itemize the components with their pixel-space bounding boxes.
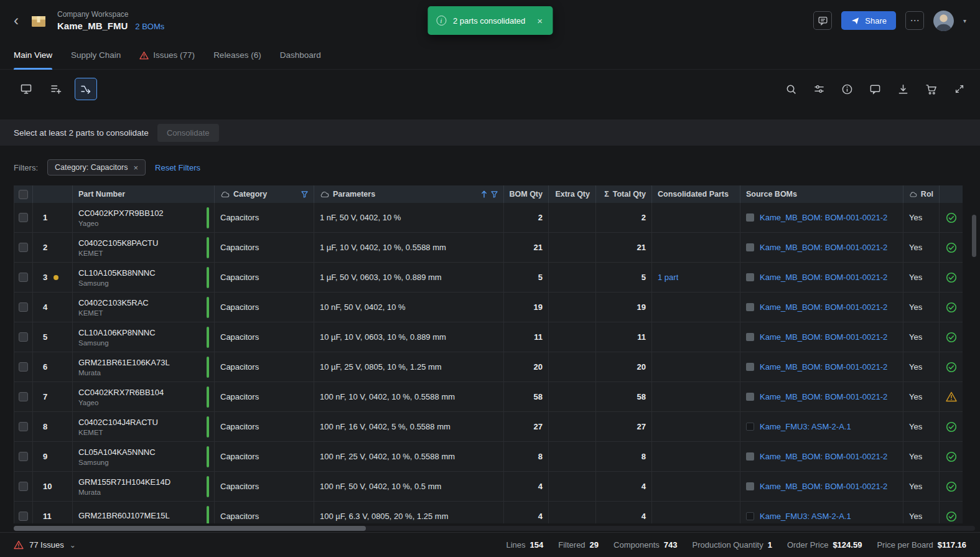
consolidated-parts-cell (652, 203, 740, 232)
row-checkbox[interactable] (19, 422, 28, 431)
part-number-cell: GRM21BR60J107ME15L (73, 502, 215, 523)
filter-chip-remove-icon[interactable]: × (133, 164, 138, 172)
row-checkbox[interactable] (19, 213, 28, 222)
back-chevron-icon[interactable]: ‹ (14, 13, 19, 28)
info-icon[interactable] (841, 83, 853, 95)
filter-chip-category[interactable]: Category: Capacitors × (47, 159, 146, 176)
vertical-scrollbar-thumb[interactable] (972, 215, 976, 257)
stat-value: 743 (664, 540, 678, 550)
column-header-category[interactable]: Category (215, 185, 314, 203)
consolidate-button[interactable]: Consolidate (157, 124, 219, 142)
source-bom-link[interactable]: Kame_MB_BOM: BOM-001-0021-2 (760, 273, 887, 282)
source-bom-link[interactable]: Kame_MB_BOM: BOM-001-0021-2 (760, 392, 887, 401)
row-checkbox[interactable] (19, 273, 28, 282)
horizontal-scrollbar-thumb[interactable] (14, 526, 366, 531)
feedback-button[interactable] (813, 11, 832, 30)
status-cell (940, 233, 963, 262)
tab-issues[interactable]: Issues (77) (139, 41, 195, 69)
column-header-bom-qty[interactable]: BOM Qty (504, 185, 549, 203)
status-ok-icon (946, 242, 957, 253)
availability-bar (207, 416, 209, 438)
row-number: 9 (43, 452, 47, 461)
user-avatar[interactable] (933, 11, 954, 31)
row-number: 5 (43, 332, 47, 342)
cart-icon[interactable] (925, 83, 938, 95)
row-checkbox[interactable] (19, 332, 28, 342)
part-number: C0402C105K8PACTU (78, 238, 158, 248)
reset-filters-link[interactable]: Reset Filters (155, 163, 200, 172)
column-header-rohs[interactable]: Rol (903, 185, 940, 203)
add-column-button[interactable] (45, 78, 67, 100)
source-bom-link[interactable]: Kame_MB_BOM: BOM-001-0021-2 (760, 332, 887, 342)
rohs-cell: Yes (903, 203, 940, 232)
column-header-consolidated-parts[interactable]: Consolidated Parts (652, 185, 740, 203)
issues-toggle[interactable]: 77 Issues ⌄ (14, 540, 76, 550)
column-header-source-boms[interactable]: Source BOMs (740, 185, 903, 203)
source-bom-link[interactable]: Kame_MB_BOM: BOM-001-0021-2 (760, 362, 887, 372)
row-checkbox[interactable] (19, 512, 28, 521)
search-icon[interactable] (785, 83, 797, 95)
manufacturer: Murata (78, 489, 170, 496)
more-options-button[interactable]: ⋯ (905, 11, 924, 30)
stat-item: Price per Board $117.16 (877, 540, 966, 550)
tab-releases[interactable]: Releases (6) (213, 41, 261, 69)
select-all-checkbox[interactable] (19, 190, 28, 199)
bom-qty-cell: 58 (504, 382, 549, 411)
stat-item: Components 743 (614, 540, 677, 550)
status-ok-icon (946, 421, 957, 433)
consolidate-icon (80, 83, 92, 95)
source-bom-link[interactable]: Kame_MB_BOM: BOM-001-0021-2 (760, 213, 887, 222)
table-row: 4 C0402C103K5RAC KEMET Capacitors 10 nF,… (14, 293, 963, 322)
source-bom-link[interactable]: Kame_MB_BOM: BOM-001-0021-2 (760, 243, 887, 252)
total-qty-cell: 8 (596, 442, 652, 471)
expand-icon[interactable] (954, 83, 965, 95)
comments-icon[interactable] (869, 83, 881, 95)
category-cell: Capacitors (215, 382, 314, 411)
source-bom-link[interactable]: Kame_FMU3: ASM-2-A.1 (760, 422, 851, 431)
row-number-cell: 2 (33, 233, 73, 262)
filter-funnel-icon[interactable] (491, 191, 498, 198)
total-qty-cell: 4 (596, 472, 652, 501)
extra-qty-cell (549, 382, 596, 411)
source-boms-cell: Kame_MB_BOM: BOM-001-0021-2 (740, 472, 903, 501)
toast-close-icon[interactable]: × (537, 16, 543, 26)
consolidated-parts-link[interactable]: 1 part (658, 273, 678, 282)
filter-funnel-icon[interactable] (301, 191, 308, 198)
filter-sliders-icon[interactable] (813, 83, 825, 95)
warning-triangle-icon (14, 540, 24, 550)
row-checkbox[interactable] (19, 302, 28, 312)
source-bom-link[interactable]: Kame_FMU3: ASM-2-A.1 (760, 512, 851, 521)
tab-main-view[interactable]: Main View (14, 41, 52, 69)
tab-supply-chain[interactable]: Supply Chain (71, 41, 121, 69)
column-header-part-number[interactable]: Part Number (73, 185, 215, 203)
availability-bar (207, 506, 209, 524)
row-checkbox[interactable] (19, 243, 28, 252)
board-view-button[interactable] (15, 78, 37, 100)
workspace-meta: Company Workspace Kame_MB_FMU 2 BOMs (57, 10, 164, 31)
account-caret-icon[interactable]: ▾ (963, 17, 966, 24)
stat-value: 29 (590, 540, 599, 550)
row-checkbox[interactable] (19, 482, 28, 491)
row-checkbox[interactable] (19, 392, 28, 401)
source-bom-link[interactable]: Kame_MB_BOM: BOM-001-0021-2 (760, 482, 887, 491)
row-checkbox[interactable] (19, 362, 28, 372)
source-bom-link[interactable]: Kame_MB_BOM: BOM-001-0021-2 (760, 452, 887, 461)
download-icon[interactable] (897, 83, 909, 95)
row-checkbox[interactable] (19, 452, 28, 461)
sort-ascending-icon[interactable] (481, 190, 487, 198)
share-button[interactable]: Share (841, 11, 896, 30)
parameters-cell: 10 µF, 10 V, 0603, 10 %, 0.889 mm (314, 322, 504, 352)
column-header-total-qty[interactable]: ΣTotal Qty (596, 185, 652, 203)
cloud-icon (220, 191, 230, 198)
consolidate-mode-button[interactable] (75, 78, 97, 100)
tab-dashboard[interactable]: Dashboard (280, 41, 321, 69)
column-header-parameters[interactable]: Parameters (314, 185, 504, 203)
issues-count-label: 77 Issues (29, 540, 64, 550)
table-row: 10 GRM155R71H104KE14D Murata Capacitors … (14, 472, 963, 502)
category-cell: Capacitors (215, 352, 314, 381)
filter-chip-label: Category: Capacitors (55, 163, 128, 172)
column-header-extra-qty[interactable]: Extra Qty (549, 185, 596, 203)
filters-label: Filters: (14, 163, 38, 172)
source-bom-link[interactable]: Kame_MB_BOM: BOM-001-0021-2 (760, 302, 887, 312)
boms-count-link[interactable]: 2 BOMs (135, 22, 164, 31)
